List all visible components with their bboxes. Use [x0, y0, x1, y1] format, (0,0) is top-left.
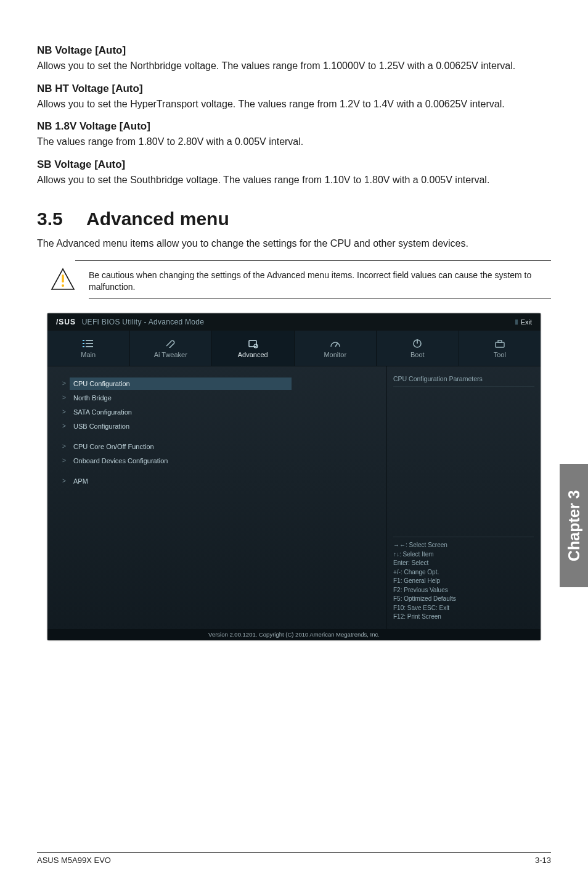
caution-block: Be cautious when changing the settings o…: [37, 267, 551, 299]
bios-item-apm[interactable]: APM: [70, 475, 378, 487]
help-line: F5: Optimized Defaults: [393, 595, 534, 604]
bios-tab-main-label: Main: [81, 351, 96, 358]
help-line: Enter: Select: [393, 559, 534, 568]
body-nb-voltage: Allows you to set the Northbridge voltag…: [37, 59, 551, 73]
svg-rect-5: [83, 343, 84, 344]
bios-item-cpu-core-onoff[interactable]: CPU Core On/Off Function: [70, 440, 378, 453]
bios-tab-monitor-label: Monitor: [324, 351, 346, 358]
toolbox-icon: [492, 338, 507, 349]
bios-tab-advanced-label: Advanced: [238, 351, 268, 358]
svg-rect-15: [498, 340, 502, 342]
section-intro: The Advanced menu items allow you to cha…: [37, 237, 551, 250]
bios-item-cpu-config[interactable]: CPU Configuration: [70, 377, 292, 390]
bios-logo-text: /SUS: [56, 318, 76, 326]
bios-tab-tool[interactable]: Tool: [459, 331, 541, 366]
svg-rect-7: [83, 346, 84, 347]
heading-nb-ht-voltage: NB HT Voltage [Auto]: [37, 83, 551, 95]
bios-item-sata-config[interactable]: SATA Configuration: [70, 406, 378, 418]
bios-tab-tool-label: Tool: [494, 351, 506, 358]
bios-item-onboard-devices[interactable]: Onboard Devices Configuration: [70, 455, 378, 467]
bios-subtitle: UEFI BIOS Utility - Advanced Mode: [82, 318, 205, 326]
section-title: Advanced menu: [86, 208, 229, 229]
svg-rect-6: [86, 343, 93, 344]
svg-rect-3: [83, 340, 84, 341]
bios-window: /SUS UEFI BIOS Utility - Advanced Mode E…: [47, 313, 541, 640]
help-line: →←: Select Screen: [393, 541, 534, 550]
bios-tab-ai-tweaker-label: Ai Tweaker: [154, 351, 187, 358]
caution-text: Be cautious when changing the settings o…: [89, 267, 551, 299]
section-number: 3.5: [37, 208, 86, 229]
bios-tab-advanced[interactable]: Advanced: [212, 331, 295, 366]
section-heading-advanced: 3.5Advanced menu: [37, 208, 551, 229]
power-icon: [410, 338, 425, 349]
svg-point-10: [254, 344, 258, 348]
bios-right-panel-title: CPU Configuration Parameters: [393, 374, 534, 387]
bios-tab-boot[interactable]: Boot: [377, 331, 459, 366]
bios-footer: Version 2.00.1201. Copyright (C) 2010 Am…: [47, 629, 541, 640]
help-line: ↑↓: Select Item: [393, 550, 534, 559]
help-line: F12: Print Screen: [393, 613, 534, 622]
svg-rect-1: [62, 274, 63, 283]
body-sb-voltage: Allows you to set the Southbridge voltag…: [37, 173, 551, 187]
help-line: F1: General Help: [393, 577, 534, 586]
bios-exit-button[interactable]: Exit: [515, 318, 532, 326]
heading-nb-voltage: NB Voltage [Auto]: [37, 44, 551, 57]
list-icon: [81, 338, 96, 349]
footer-left: ASUS M5A99X EVO: [37, 856, 111, 865]
help-line: +/-: Change Opt.: [393, 568, 534, 577]
chip-icon: [245, 338, 260, 349]
svg-rect-8: [86, 346, 93, 347]
wrench-icon: [163, 338, 178, 349]
bios-help-block: →←: Select Screen ↑↓: Select Item Enter:…: [393, 537, 534, 622]
bios-tab-monitor[interactable]: Monitor: [295, 331, 377, 366]
body-nb-18v-voltage: The values range from 1.80V to 2.80V wit…: [37, 135, 551, 149]
caution-icon: [51, 267, 75, 294]
help-line: F10: Save ESC: Exit: [393, 604, 534, 613]
bios-tab-boot-label: Boot: [410, 351, 425, 358]
bios-item-north-bridge[interactable]: North Bridge: [70, 392, 378, 404]
bios-tab-main[interactable]: Main: [47, 331, 130, 366]
heading-nb-18v-voltage: NB 1.8V Voltage [Auto]: [37, 120, 551, 133]
chapter-side-tab: Chapter 3: [560, 464, 588, 587]
svg-line-11: [335, 343, 338, 347]
bios-brand: /SUS UEFI BIOS Utility - Advanced Mode: [56, 318, 204, 326]
svg-rect-14: [496, 342, 504, 347]
help-line: F2: Previous Values: [393, 586, 534, 595]
body-nb-ht-voltage: Allows you to set the HyperTransport vol…: [37, 97, 551, 111]
gauge-icon: [328, 338, 343, 349]
bios-tab-ai-tweaker[interactable]: Ai Tweaker: [130, 331, 213, 366]
bios-item-usb-config[interactable]: USB Configuration: [70, 420, 378, 432]
heading-sb-voltage: SB Voltage [Auto]: [37, 159, 551, 171]
footer-right: 3-13: [535, 856, 551, 865]
svg-rect-4: [86, 340, 93, 341]
svg-rect-9: [249, 340, 256, 347]
svg-point-2: [62, 284, 64, 287]
page-footer: ASUS M5A99X EVO 3-13: [37, 852, 551, 865]
